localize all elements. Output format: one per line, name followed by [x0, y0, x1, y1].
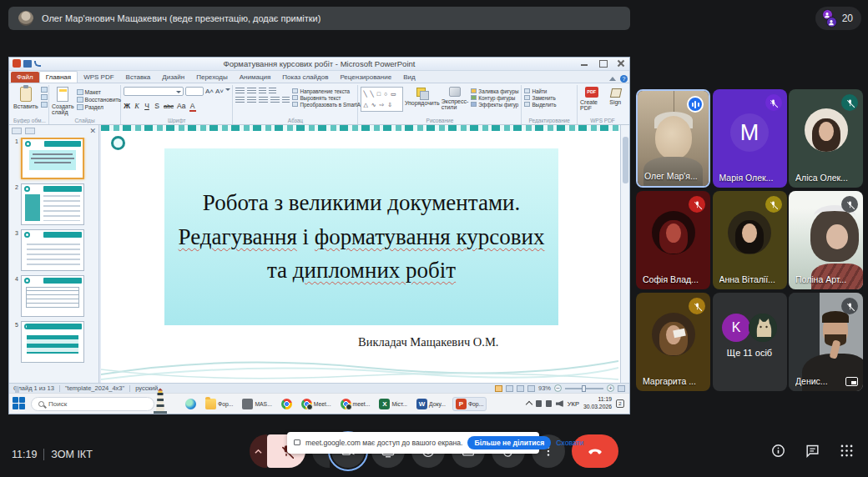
tab-home[interactable]: Главная [39, 71, 78, 83]
fit-to-window-icon[interactable] [618, 385, 625, 392]
format-painter-icon[interactable] [41, 102, 48, 108]
replace-button[interactable]: Заменить [524, 95, 556, 101]
zoom-out-icon[interactable]: − [554, 384, 562, 392]
quick-styles-button[interactable]: Экспресс-стили [442, 87, 469, 115]
arrange-button[interactable]: Упорядочить [406, 87, 439, 115]
italic-button[interactable]: К [134, 102, 140, 110]
create-pdf-button[interactable]: PDF Create PDF [580, 87, 603, 115]
save-icon[interactable] [23, 60, 32, 68]
slideshow-icon[interactable] [527, 385, 535, 392]
copy-icon[interactable] [41, 94, 48, 100]
taskbar-edge[interactable] [183, 398, 199, 410]
tab-insert[interactable]: Вставка [120, 72, 157, 83]
close-pane-icon[interactable]: ✕ [89, 128, 96, 134]
slide-thumbnail-4[interactable]: 4 [12, 275, 96, 317]
strikethrough-button[interactable]: abc [164, 103, 174, 110]
shape-fill-button[interactable]: Заливка фигуры [471, 88, 518, 94]
chat-icon[interactable] [805, 443, 820, 462]
slide-title-placeholder[interactable]: Робота з великими документами. Редагуван… [164, 148, 558, 325]
activities-grid-icon[interactable] [839, 443, 855, 462]
font-color-button[interactable]: А [189, 102, 196, 112]
select-button[interactable]: Выделить [524, 102, 556, 108]
participant-tile-maria[interactable]: M Марія Олек... [713, 89, 787, 188]
slide-thumbnail-5[interactable]: 5 [12, 321, 96, 363]
participant-tile-alisa[interactable]: Аліса Олек... [789, 89, 863, 188]
tray-volume-icon[interactable] [556, 400, 563, 407]
convert-smartart-button[interactable]: Преобразовать в SmartArt [292, 102, 363, 108]
participant-tile-margaryta[interactable]: Маргарита ... [636, 293, 710, 391]
columns-icon[interactable] [282, 97, 290, 103]
shrink-font-icon[interactable]: A˅ [215, 88, 224, 95]
justify-icon[interactable] [270, 97, 280, 103]
taskbar-meet-window[interactable]: Meet... [299, 398, 334, 410]
taskbar-folder[interactable]: Фор... [203, 398, 235, 410]
shadow-button[interactable]: S [154, 102, 160, 110]
cut-icon[interactable] [41, 87, 48, 93]
numbering-icon[interactable] [247, 88, 256, 94]
change-case-button[interactable]: Аа [177, 102, 186, 110]
tab-design[interactable]: Дизайн [156, 72, 190, 83]
undo-icon[interactable] [34, 61, 41, 67]
paste-button[interactable]: Вставить [13, 87, 38, 115]
hide-notification-link[interactable]: Сховати [556, 439, 583, 447]
restore-icon[interactable] [598, 59, 608, 68]
close-icon[interactable] [616, 59, 626, 68]
section-button[interactable]: Раздел [77, 104, 122, 110]
normal-view-icon[interactable] [495, 385, 502, 392]
align-center-icon[interactable] [247, 97, 256, 103]
shape-outline-button[interactable]: Контур фигуры [471, 95, 518, 101]
taskbar-word[interactable]: WДоку... [414, 398, 448, 410]
shape-effects-button[interactable]: Эффекты фигур [471, 102, 518, 108]
taskbar-chrome[interactable] [279, 398, 295, 410]
participant-tile-denys[interactable]: Денис... [789, 293, 863, 391]
keyboard-language[interactable]: УКР [568, 400, 579, 408]
picture-in-picture-icon[interactable] [845, 377, 858, 386]
indent-icon[interactable] [259, 88, 266, 94]
tab-wps-pdf[interactable]: WPS PDF [78, 72, 119, 83]
zoom-slider[interactable] [565, 388, 603, 389]
new-slide-button[interactable]: Создать слайд [52, 87, 74, 115]
collapse-ribbon-icon[interactable] [609, 77, 616, 81]
taskbar-search[interactable]: Поиск [31, 397, 154, 411]
tab-animations[interactable]: Анимация [234, 72, 277, 83]
align-text-button[interactable]: Выровнять текст [292, 95, 363, 101]
slide-sorter-icon[interactable] [506, 385, 513, 392]
tab-transitions[interactable]: Переходы [190, 72, 234, 83]
slides-tab-icon[interactable] [12, 128, 22, 134]
taskbar-clock[interactable]: 11:19 30.03.2026 [583, 396, 612, 411]
minimize-icon[interactable] [579, 59, 589, 68]
reset-button[interactable]: Восстановить [77, 97, 122, 103]
quick-access-toolbar[interactable] [13, 59, 41, 68]
bold-button[interactable]: Ж [124, 102, 130, 110]
powerpoint-icon[interactable] [13, 59, 21, 68]
grow-font-icon[interactable]: A˄ [205, 88, 214, 95]
find-button[interactable]: Найти [524, 88, 556, 94]
tray-battery-icon[interactable] [546, 400, 552, 407]
ppt-titlebar[interactable]: Форматування курсових робіт - Microsoft … [9, 58, 629, 71]
start-button[interactable] [13, 397, 26, 410]
underline-button[interactable]: Ч [144, 102, 150, 110]
font-name-select[interactable] [124, 87, 184, 96]
tab-file[interactable]: Файл [11, 72, 39, 83]
participants-count-pill[interactable]: 20 [815, 7, 861, 30]
tab-review[interactable]: Рецензирование [334, 72, 397, 83]
participant-tile-polina[interactable]: Поліна Арт... [789, 191, 863, 289]
zoom-in-icon[interactable]: + [607, 384, 614, 392]
meeting-details-icon[interactable] [770, 443, 786, 462]
font-size-select[interactable] [185, 87, 204, 96]
participant-tile-oleg[interactable]: Олег Мар'я... [636, 89, 710, 188]
tab-view[interactable]: Вид [397, 72, 421, 83]
more-participants-tile[interactable]: K Ще 11 осіб [713, 293, 787, 391]
tray-device-icon[interactable] [536, 400, 542, 407]
outline-tab-icon[interactable] [25, 128, 35, 134]
slide-scrollbar[interactable] [620, 125, 629, 383]
notification-center-icon[interactable]: 2 [616, 399, 624, 408]
slide-thumbnail-2[interactable]: 2 [12, 183, 96, 225]
align-right-icon[interactable] [259, 97, 268, 103]
taskbar-meet-tab[interactable]: meet... [338, 398, 373, 410]
taskbar-mas[interactable]: MAS... [240, 398, 274, 410]
sign-button[interactable]: Sign [605, 87, 625, 115]
slide-thumbnail-3[interactable]: 3 [12, 229, 96, 271]
line-spacing-icon[interactable] [269, 88, 276, 94]
tray-overflow-icon[interactable] [526, 401, 532, 408]
